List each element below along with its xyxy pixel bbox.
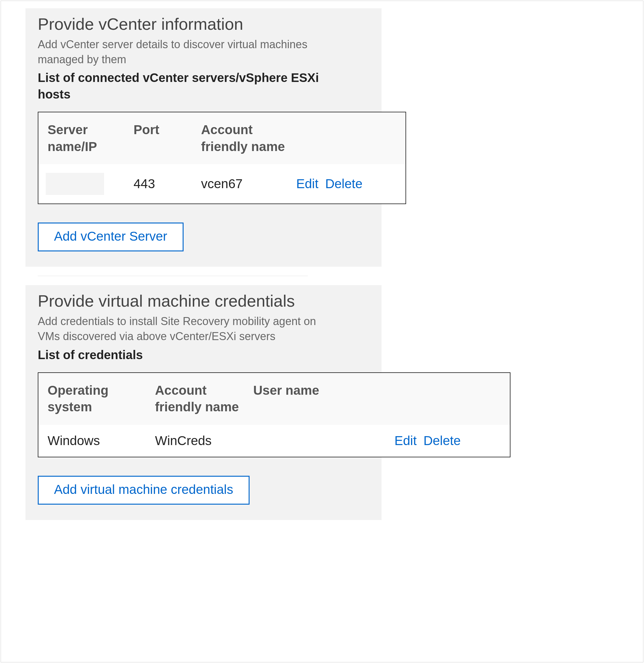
vcenter-info-panel: Provide vCenter information Add vCenter … [25, 8, 382, 267]
redacted-server-value [46, 173, 104, 195]
vcenter-list-label: List of connected vCenter servers/vSpher… [38, 69, 339, 102]
vm-credentials-section-title: Provide virtual machine credentials [38, 291, 369, 310]
cell-server-name [48, 173, 134, 195]
vm-credentials-section-description: Add credentials to install Site Recovery… [38, 314, 329, 344]
vcenter-section-title: Provide vCenter information [38, 15, 369, 33]
column-header-user: User name [253, 382, 394, 416]
vcenter-servers-table: Server name/IP Port Account friendly nam… [38, 112, 406, 204]
table-row: 443 vcen67 Edit Delete [38, 164, 406, 204]
table-row: Windows WinCreds Edit Delete [38, 425, 510, 457]
column-header-os: Operating system [48, 382, 155, 416]
cell-actions: Edit Delete [394, 433, 501, 448]
add-vm-credentials-button[interactable]: Add virtual machine credentials [38, 476, 250, 505]
delete-link[interactable]: Delete [423, 433, 460, 448]
add-vcenter-server-button[interactable]: Add vCenter Server [38, 223, 184, 251]
config-page: Provide vCenter information Add vCenter … [1, 1, 643, 662]
column-header-account: Account friendly name [201, 121, 296, 155]
column-header-actions [394, 382, 501, 416]
table-header-row: Server name/IP Port Account friendly nam… [38, 112, 406, 164]
credentials-list-label: List of credentials [38, 346, 339, 363]
vm-credentials-panel: Provide virtual machine credentials Add … [25, 285, 382, 520]
delete-link[interactable]: Delete [325, 177, 362, 191]
cell-account: vcen67 [201, 177, 296, 191]
section-divider [25, 267, 382, 285]
credentials-table: Operating system Account friendly name U… [38, 372, 510, 457]
column-header-server: Server name/IP [48, 121, 134, 155]
column-header-account: Account friendly name [155, 382, 253, 416]
column-header-port: Port [134, 121, 201, 155]
cell-account: WinCreds [155, 433, 253, 448]
vcenter-section-description: Add vCenter server details to discover v… [38, 37, 329, 67]
divider-line [38, 276, 308, 276]
table-header-row: Operating system Account friendly name U… [38, 373, 510, 425]
cell-os: Windows [48, 433, 155, 448]
edit-link[interactable]: Edit [296, 177, 318, 191]
cell-actions: Edit Delete [296, 177, 396, 191]
column-header-actions [296, 121, 396, 155]
cell-port: 443 [134, 177, 201, 191]
edit-link[interactable]: Edit [394, 433, 417, 448]
